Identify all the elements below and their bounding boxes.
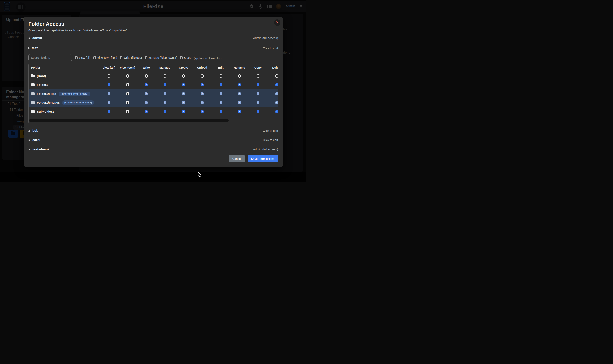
column-header: View (own) — [118, 66, 137, 69]
perm-checkbox-manage: ✓ — [164, 101, 166, 104]
folder-name: SubFolder1 — [37, 110, 54, 113]
filter-view-all-[interactable]: View (all) — [75, 56, 90, 59]
perm-checkbox-rename[interactable]: ✓ — [238, 83, 241, 86]
perm-checkbox-view-all-[interactable]: ✓ — [108, 110, 110, 113]
perm-checkbox-view-all-[interactable] — [108, 74, 110, 78]
perm-checkbox-delete: ✓ — [276, 101, 278, 104]
column-header: Upload — [193, 66, 211, 69]
page: FileRise admin Upload Fi Drop file — [0, 0, 306, 182]
perm-checkbox-copy[interactable]: ✓ — [257, 110, 260, 113]
chevron-up-icon — [28, 38, 30, 39]
perm-checkbox-rename: ✓ — [238, 92, 241, 95]
user-row-bob[interactable]: bob Click to edit — [28, 128, 278, 133]
perm-checkbox-upload[interactable]: ✓ — [201, 110, 204, 113]
table-row: SubFolder1✓✓✓✓✓✓✓✓✓ — [28, 107, 278, 116]
filter-view-own-files-[interactable]: View (own files) — [94, 56, 117, 59]
modal-subtitle: Grant per-folder capabilities to each us… — [28, 28, 278, 32]
perm-checkbox-view-own-[interactable] — [126, 110, 129, 113]
perm-checkbox-delete: ✓ — [276, 92, 278, 95]
horizontal-scrollbar[interactable] — [29, 119, 229, 122]
close-icon[interactable]: ✕ — [274, 19, 280, 26]
perm-checkbox-write[interactable]: ✓ — [145, 110, 148, 113]
perm-checkbox-create: ✓ — [182, 101, 185, 104]
perm-checkbox-rename[interactable] — [238, 74, 241, 78]
perm-checkbox-view-own- — [126, 101, 129, 104]
perm-checkbox-write[interactable] — [145, 74, 148, 78]
filter-manage-folder-owner-[interactable]: Manage (folder owner) — [145, 56, 177, 59]
perm-checkbox-edit: ✓ — [220, 101, 222, 104]
save-permissions-button[interactable]: Save Permissions — [248, 155, 278, 162]
perm-checkbox-create[interactable] — [182, 74, 185, 78]
column-header: Copy — [249, 66, 267, 69]
table-row: Folder1/Files(inherited from Folder1)✓✓✓… — [28, 89, 278, 98]
perm-checkbox-edit: ✓ — [220, 92, 222, 95]
table-row: Folder1✓✓✓✓✓✓✓✓✓ — [28, 80, 278, 89]
column-header: Delete — [267, 66, 278, 69]
folder-name: Folder1/Images — [37, 101, 60, 104]
permissions-table: FolderView (all)View (own)WriteManageCre… — [28, 64, 278, 123]
perm-checkbox-edit[interactable] — [220, 74, 222, 78]
folder-icon — [31, 75, 35, 77]
column-header: Create — [174, 66, 193, 69]
perm-checkbox-write[interactable]: ✓ — [145, 83, 148, 86]
perm-checkbox-delete[interactable]: ✓ — [276, 110, 278, 113]
perm-checkbox-create: ✓ — [182, 92, 185, 95]
perm-checkbox-view-all-[interactable]: ✓ — [108, 83, 110, 86]
cancel-button[interactable]: Cancel — [229, 155, 245, 162]
filter-checkbox[interactable] — [120, 56, 123, 59]
folder-icon — [31, 101, 35, 104]
table-row: Folder1/Images(inherited from Folder1)✓✓… — [28, 98, 278, 107]
perm-checkbox-view-all-: ✓ — [108, 92, 110, 95]
inherited-badge: (inherited from Folder1) — [62, 100, 94, 105]
perm-checkbox-manage[interactable]: ✓ — [164, 110, 166, 113]
perm-checkbox-view-all-: ✓ — [108, 101, 110, 104]
perm-checkbox-create[interactable]: ✓ — [182, 110, 185, 113]
perm-checkbox-delete[interactable]: ✓ — [276, 83, 278, 86]
perm-checkbox-edit[interactable]: ✓ — [220, 83, 222, 86]
column-header: Manage — [155, 66, 174, 69]
column-header: Edit — [211, 66, 230, 69]
filter-checkbox[interactable] — [145, 56, 147, 59]
perm-checkbox-upload[interactable]: ✓ — [201, 83, 204, 86]
table-row: (Root) — [28, 71, 278, 80]
search-input[interactable] — [28, 54, 72, 61]
perm-checkbox-create[interactable]: ✓ — [182, 83, 185, 86]
perm-checkbox-copy: ✓ — [257, 101, 260, 104]
user-status: Click to edit — [263, 47, 278, 50]
perm-checkbox-write: ✓ — [145, 101, 148, 104]
filter-share[interactable]: Share — [180, 56, 191, 59]
perm-checkbox-rename: ✓ — [238, 101, 241, 104]
perm-checkbox-view-own- — [126, 92, 129, 95]
perm-checkbox-edit[interactable]: ✓ — [220, 110, 222, 113]
filter-write-file-ops-[interactable]: Write (file ops) — [120, 56, 142, 59]
perm-checkbox-upload[interactable] — [201, 74, 204, 78]
user-row-test[interactable]: test Click to edit — [28, 46, 278, 51]
perm-checkbox-delete[interactable] — [276, 74, 278, 78]
perm-checkbox-upload: ✓ — [201, 92, 204, 95]
chevron-up-icon — [28, 149, 30, 150]
filter-checkbox[interactable] — [75, 56, 78, 59]
filter-checkbox[interactable] — [180, 56, 183, 59]
perm-checkbox-view-own-[interactable] — [126, 74, 129, 78]
user-status: Admin (full access) — [253, 37, 278, 40]
perm-checkbox-copy[interactable] — [257, 74, 260, 78]
chevron-up-icon — [28, 130, 30, 131]
perm-checkbox-copy[interactable]: ✓ — [257, 83, 260, 86]
chevron-up-icon — [28, 140, 30, 141]
perm-checkbox-rename[interactable]: ✓ — [238, 110, 241, 113]
perm-checkbox-manage[interactable]: ✓ — [164, 83, 166, 86]
perm-checkbox-write: ✓ — [145, 92, 148, 95]
perm-checkbox-view-own-[interactable] — [126, 83, 129, 86]
user-status: Click to edit — [263, 139, 278, 142]
user-row-testadmin2[interactable]: testadmin2 Admin (full access) — [28, 147, 278, 152]
filter-checkbox[interactable] — [94, 56, 96, 59]
modal-actions: Cancel Save Permissions — [28, 155, 278, 162]
folder-icon — [31, 92, 35, 95]
table-header-row: FolderView (all)View (own)WriteManageCre… — [28, 64, 278, 71]
folder-name: (Root) — [37, 74, 46, 78]
perm-checkbox-upload: ✓ — [201, 101, 204, 104]
perm-checkbox-manage[interactable] — [164, 74, 166, 78]
user-row-carol[interactable]: carol Click to edit — [28, 138, 278, 143]
user-row-admin[interactable]: admin Admin (full access) — [28, 36, 278, 40]
folder-icon — [31, 83, 35, 86]
